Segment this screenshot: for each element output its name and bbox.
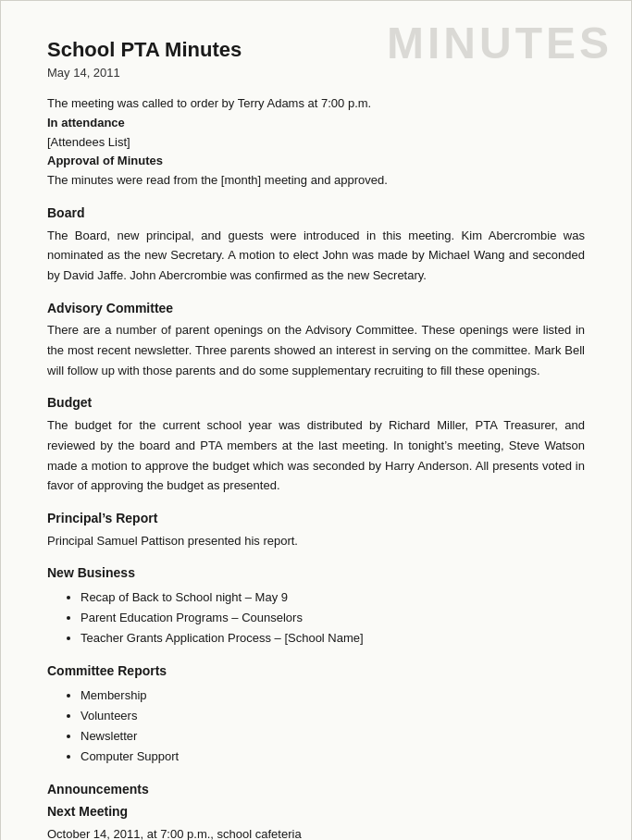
attendance-label: In attendance	[47, 116, 125, 130]
section-principals-report: Principal’s Report Principal Samuel Patt…	[47, 509, 585, 550]
list-item: Membership	[81, 686, 585, 706]
principals-report-heading: Principal’s Report	[47, 509, 585, 529]
principals-report-text: Principal Samuel Pattison presented his …	[47, 534, 298, 548]
attendance-value: [Attendees List]	[47, 135, 130, 149]
call-to-order-text: The meeting was called to order by Terry…	[47, 96, 371, 110]
approval-text: The minutes were read from the [month] m…	[47, 173, 388, 187]
section-new-business: New Business Recap of Back to School nig…	[47, 563, 585, 649]
list-item: Computer Support	[81, 747, 585, 767]
doc-date: May 14, 2011	[47, 66, 585, 80]
section-announcements: Announcements Next Meeting October 14, 2…	[47, 780, 585, 840]
section-budget: Budget The budget for the current school…	[47, 393, 585, 495]
approval-label: Approval of Minutes	[47, 154, 163, 167]
budget-text: The budget for the current school year w…	[47, 418, 585, 492]
committee-reports-heading: Committee Reports	[47, 661, 585, 682]
section-board: Board The Board, new principal, and gues…	[47, 204, 585, 286]
list-item: Volunteers	[81, 706, 585, 726]
budget-heading: Budget	[47, 393, 585, 414]
list-item: Recap of Back to School night – May 9	[81, 587, 585, 608]
board-heading: Board	[47, 204, 585, 224]
next-meeting-label: Next Meeting	[47, 802, 585, 822]
advisory-committee-text: There are a number of parent openings on…	[47, 323, 585, 377]
next-meeting-value: October 14, 2011, at 7:00 p.m., school c…	[47, 827, 302, 840]
intro-block: The meeting was called to order by Terry…	[47, 94, 585, 191]
list-item: Parent Education Programs – Counselors	[81, 608, 585, 628]
announcements-heading: Announcements	[47, 780, 585, 800]
section-committee-reports: Committee Reports Membership Volunteers …	[47, 661, 585, 767]
page-container: MINUTES School PTA Minutes May 14, 2011 …	[0, 0, 632, 840]
doc-title: School PTA Minutes	[47, 38, 585, 62]
new-business-heading: New Business	[47, 563, 585, 584]
committee-reports-list: Membership Volunteers Newsletter Compute…	[81, 686, 585, 767]
section-advisory-committee: Advisory Committee There are a number of…	[47, 299, 585, 381]
list-item: Newsletter	[81, 726, 585, 747]
advisory-committee-heading: Advisory Committee	[47, 299, 585, 319]
new-business-list: Recap of Back to School night – May 9 Pa…	[81, 587, 585, 649]
board-text: The Board, new principal, and guests wer…	[47, 229, 585, 282]
list-item: Teacher Grants Application Process – [Sc…	[81, 628, 585, 649]
